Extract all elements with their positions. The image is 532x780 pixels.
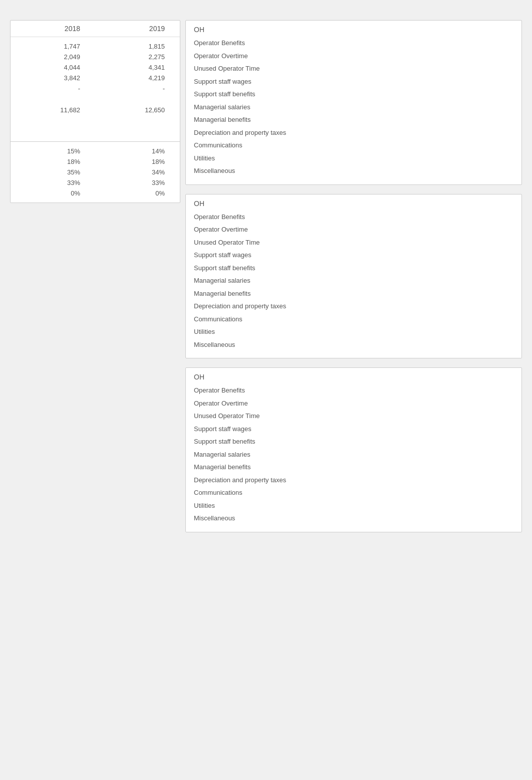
cell-2019: 4,219 — [95, 74, 180, 82]
table-row: 3,842 4,219 — [11, 73, 180, 83]
list-item: Unused Operator Time — [194, 62, 513, 75]
cell-2019: 33% — [95, 179, 180, 186]
list-item: Operator Overtime — [194, 223, 513, 236]
list-item: Miscellaneous — [194, 338, 513, 351]
block2-header: OH — [194, 200, 513, 209]
cell-2019: 12,650 — [95, 106, 180, 114]
list-item: Communications — [194, 139, 513, 152]
table-row: 0% 0% — [11, 188, 180, 199]
cell-2018: 4,044 — [11, 64, 95, 71]
list-item: Support staff benefits — [194, 435, 513, 448]
cell-2018: 0% — [11, 189, 95, 197]
list-item: Depreciation and property taxes — [194, 474, 513, 487]
list-item: Support staff wages — [194, 249, 513, 262]
table-row: 18% 18% — [11, 156, 180, 167]
label-block-2: OH Operator Benefits Operator Overtime U… — [185, 194, 522, 359]
list-item: Operator Benefits — [194, 384, 513, 397]
list-item: Utilities — [194, 325, 513, 338]
cell-2019: - — [95, 85, 180, 92]
list-item: Communications — [194, 313, 513, 326]
table-row: 35% 34% — [11, 167, 180, 177]
list-item: Managerial benefits — [194, 287, 513, 300]
cell-2018: 18% — [11, 158, 95, 165]
cell-2019 — [95, 95, 180, 103]
col-header-2019: 2019 — [95, 25, 180, 33]
col-headers: 2018 2019 — [11, 21, 180, 37]
cell-2019: 2,275 — [95, 53, 180, 61]
table-row: 33% 33% — [11, 177, 180, 188]
cell-2018 — [11, 117, 95, 125]
cell-2019: 4,341 — [95, 64, 180, 71]
label-block-3: OH Operator Benefits Operator Overtime U… — [185, 367, 522, 532]
list-item: Unused Operator Time — [194, 236, 513, 249]
list-item: Support staff benefits — [194, 88, 513, 101]
table-row: 11,682 12,650 — [11, 105, 180, 115]
label-block-1: OH Operator Benefits Operator Overtime U… — [185, 20, 522, 185]
list-item: Managerial benefits — [194, 461, 513, 474]
list-item: Managerial salaries — [194, 101, 513, 114]
cell-2019 — [95, 117, 180, 125]
table-row-spacer — [11, 94, 180, 105]
cell-2018 — [11, 128, 95, 136]
table-row: 15% 14% — [11, 146, 180, 156]
page-container: 2018 2019 1,747 1,815 2,049 2,275 4,044 — [0, 0, 532, 561]
list-item: Managerial benefits — [194, 113, 513, 126]
cell-2018 — [11, 95, 95, 103]
list-item: Depreciation and property taxes — [194, 126, 513, 139]
list-item: Support staff benefits — [194, 262, 513, 275]
block1-header: OH — [194, 26, 513, 35]
table-row-spacer — [11, 126, 180, 137]
table-row: 2,049 2,275 — [11, 52, 180, 62]
list-item: Support staff wages — [194, 423, 513, 436]
right-section: OH Operator Benefits Operator Overtime U… — [180, 20, 522, 541]
list-item: Miscellaneous — [194, 164, 513, 177]
col-header-2018: 2018 — [11, 25, 95, 33]
cell-2019: 18% — [95, 158, 180, 165]
list-item: Managerial salaries — [194, 274, 513, 287]
list-item: Support staff wages — [194, 75, 513, 88]
list-item: Unused Operator Time — [194, 410, 513, 423]
cell-2018: 1,747 — [11, 43, 95, 50]
top-data-rows: 1,747 1,815 2,049 2,275 4,044 4,341 3,84… — [11, 37, 180, 141]
cell-2018: 15% — [11, 147, 95, 155]
cell-2018: 35% — [11, 168, 95, 176]
cell-2018: 2,049 — [11, 53, 95, 61]
cell-2018: 33% — [11, 179, 95, 186]
table-row: 4,044 4,341 — [11, 62, 180, 73]
cell-2018: - — [11, 85, 95, 92]
cell-2019: 0% — [95, 189, 180, 197]
cell-2018: 11,682 — [11, 106, 95, 114]
cell-2019: 1,815 — [95, 43, 180, 50]
cell-2019: 34% — [95, 168, 180, 176]
table-row: - - — [11, 83, 180, 94]
list-item: Utilities — [194, 499, 513, 512]
list-item: Communications — [194, 486, 513, 499]
block3-header: OH — [194, 373, 513, 382]
list-item: Managerial salaries — [194, 448, 513, 461]
list-item: Miscellaneous — [194, 512, 513, 525]
cell-2019 — [95, 128, 180, 136]
list-item: Utilities — [194, 152, 513, 165]
list-item: Operator Overtime — [194, 397, 513, 410]
left-section: 2018 2019 1,747 1,815 2,049 2,275 4,044 — [10, 20, 180, 541]
list-item: Operator Benefits — [194, 211, 513, 224]
left-inner: 2018 2019 1,747 1,815 2,049 2,275 4,044 — [10, 20, 180, 203]
bottom-data-rows: 15% 14% 18% 18% 35% 34% 33% 33% 0% 0% — [11, 141, 180, 203]
list-item: Depreciation and property taxes — [194, 300, 513, 313]
table-row: 1,747 1,815 — [11, 41, 180, 52]
list-item: Operator Benefits — [194, 37, 513, 50]
cell-2019: 14% — [95, 147, 180, 155]
table-row-spacer — [11, 115, 180, 126]
cell-2018: 3,842 — [11, 74, 95, 82]
list-item: Operator Overtime — [194, 50, 513, 63]
